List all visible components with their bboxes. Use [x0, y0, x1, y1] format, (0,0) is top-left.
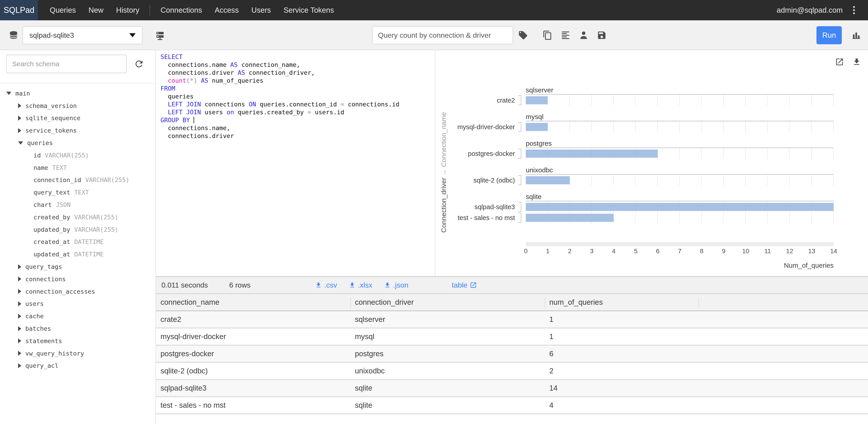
search-input[interactable]: [6, 55, 127, 73]
table-cell: sqlite: [350, 401, 545, 410]
sql-editor[interactable]: SELECT connections.name AS connection_na…: [156, 50, 435, 276]
connections-manager-icon[interactable]: [155, 30, 165, 41]
query-toolbar: sqlpad-sqlite3 Run: [0, 20, 868, 50]
chart-toggle-icon[interactable]: [851, 30, 861, 40]
table-cell: crate2: [156, 315, 350, 324]
tag-icon[interactable]: [518, 30, 528, 40]
sqlpad-app: SQLPad Queries New History Connections A…: [0, 0, 868, 424]
export-xlsx-link[interactable]: .xlsx: [349, 281, 372, 289]
caret-down-icon: [6, 92, 11, 95]
brand-logo[interactable]: SQLPad: [0, 0, 38, 20]
tree-column[interactable]: created_byVARCHAR(255): [0, 211, 152, 223]
tree-column[interactable]: updated_atDATETIME: [0, 248, 152, 260]
tree-node[interactable]: batches: [0, 322, 152, 335]
caret-right-icon: [18, 326, 21, 331]
table-row[interactable]: crate2sqlserver1: [156, 311, 868, 328]
tree-node[interactable]: connection_accesses: [0, 285, 152, 298]
run-button[interactable]: Run: [816, 26, 842, 44]
column-resize-handle[interactable]: [350, 298, 351, 308]
tree-label: updated_by: [33, 226, 70, 233]
export-csv-link[interactable]: .csv: [315, 281, 337, 289]
table-cell: 14: [545, 384, 699, 392]
user-sharing-icon[interactable]: [579, 30, 589, 40]
tree-column[interactable]: updated_byVARCHAR(255): [0, 223, 152, 236]
sql-line: LEFT JOIN connections ON queries.connect…: [160, 100, 435, 108]
save-icon[interactable]: [597, 30, 607, 40]
column-header[interactable]: connection_name: [156, 298, 350, 306]
table-row[interactable]: postgres-dockerpostgres6: [156, 346, 868, 363]
sql-token: AS: [201, 77, 209, 84]
tree-label: query_acl: [25, 362, 58, 369]
text-cursor: [193, 117, 194, 123]
sql-token: LEFT JOIN: [168, 101, 201, 108]
sql-token: connections.driver: [160, 132, 234, 139]
tree-node[interactable]: main: [0, 87, 152, 100]
sql-line: queries: [160, 92, 435, 100]
nav-item-queries[interactable]: Queries: [43, 6, 82, 14]
nav-item-access[interactable]: Access: [209, 6, 245, 14]
query-name-input[interactable]: [372, 26, 513, 44]
format-sql-icon[interactable]: [561, 30, 570, 40]
tree-node[interactable]: connections: [0, 273, 152, 285]
table-row[interactable]: mysql-driver-dockermysql1: [156, 328, 868, 346]
x-axis-strip[interactable]: [526, 242, 834, 246]
table-row[interactable]: sqlpad-sqlite3sqlite14: [156, 380, 868, 397]
download-chart-icon[interactable]: [852, 57, 861, 66]
column-resize-handle[interactable]: [545, 298, 545, 308]
tree-column[interactable]: query_textTEXT: [0, 186, 152, 199]
tree-node[interactable]: service_tokens: [0, 124, 152, 137]
tree-label: cache: [25, 313, 43, 320]
tree-node[interactable]: query_acl: [0, 360, 152, 372]
sql-line: connections.driver: [160, 132, 435, 140]
y-tick-bracket: [518, 202, 521, 212]
nav-item-history[interactable]: History: [110, 6, 146, 14]
database-icon: [8, 30, 19, 41]
column-resize-handle[interactable]: [699, 298, 699, 308]
table-cell: 2: [545, 367, 699, 375]
column-header[interactable]: connection_driver: [350, 298, 545, 306]
tree-label: name: [33, 164, 48, 171]
table-cell: unixodbc: [350, 367, 545, 375]
tree-column[interactable]: created_atDATETIME: [0, 236, 152, 248]
tree-node[interactable]: users: [0, 298, 152, 310]
tree-node[interactable]: vw_query_history: [0, 347, 152, 360]
kebab-menu-icon[interactable]: [849, 4, 859, 16]
table-row[interactable]: sqlite-2 (odbc)unixodbc2: [156, 363, 868, 380]
x-tick-label: 1: [539, 248, 557, 255]
bar: [526, 203, 834, 211]
nav-item-service-tokens[interactable]: Service Tokens: [277, 6, 340, 14]
schema-sidebar: mainschema_versionsqlite_sequenceservice…: [0, 50, 156, 424]
nav-divider: [150, 5, 150, 15]
table-row[interactable]: test - sales - no mstsqlite4: [156, 397, 868, 414]
tree-node[interactable]: sqlite_sequence: [0, 112, 152, 125]
tree-node[interactable]: statements: [0, 335, 152, 347]
nav-item-connections[interactable]: Connections: [154, 6, 208, 14]
column-type: TEXT: [74, 189, 89, 196]
y-tick-bracket: [518, 149, 521, 159]
chevron-down-icon: [129, 33, 135, 37]
connection-select[interactable]: sqlpad-sqlite3: [23, 26, 143, 44]
open-chart-new-window-icon[interactable]: [835, 57, 844, 66]
tree-label: query_tags: [25, 263, 62, 270]
x-tick-label: 2: [561, 248, 579, 255]
open-table-link[interactable]: table: [452, 281, 477, 289]
tree-label: connection_id: [33, 176, 81, 184]
tree-node[interactable]: query_tags: [0, 260, 152, 273]
nav-item-new[interactable]: New: [82, 6, 110, 14]
sql-token: queries.connection_id: [256, 101, 341, 108]
tree-column[interactable]: connection_idVARCHAR(255): [0, 174, 152, 186]
sql-line: GROUP BY: [160, 116, 435, 124]
tree-column[interactable]: chartJSON: [0, 199, 152, 211]
column-type: TEXT: [52, 164, 67, 171]
tree-node[interactable]: schema_version: [0, 100, 152, 112]
column-header[interactable]: num_of_queries: [545, 298, 699, 306]
export-json-link[interactable]: .json: [384, 281, 408, 289]
tree-column[interactable]: idVARCHAR(255): [0, 149, 152, 162]
refresh-icon[interactable]: [134, 59, 144, 69]
tree-column[interactable]: nameTEXT: [0, 162, 152, 174]
sql-line: connections.name,: [160, 124, 435, 132]
copy-icon[interactable]: [542, 30, 553, 40]
tree-node[interactable]: queries: [0, 137, 152, 149]
tree-node[interactable]: cache: [0, 310, 152, 322]
nav-item-users[interactable]: Users: [245, 6, 277, 14]
